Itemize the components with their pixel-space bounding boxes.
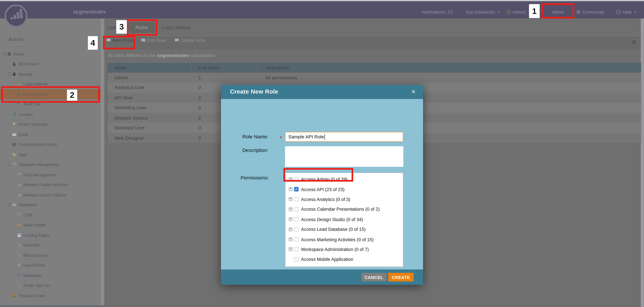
expand-icon[interactable]: + — [289, 228, 292, 231]
permissions-label: Permissions: — [241, 175, 269, 181]
collapse-icon[interactable]: − — [8, 204, 11, 206]
sidebar-item-database-management[interactable]: −Database Management — [0, 160, 101, 170]
create-button[interactable]: CREATE — [388, 273, 414, 281]
nav-notifications[interactable]: Notifications: 12 — [422, 9, 452, 14]
delete-role-button[interactable]: Delete Role — [174, 38, 206, 42]
permission-access-api-23-of-23[interactable]: +✓Access API (23 of 23) — [286, 184, 403, 194]
nav-help[interactable]: ? Help — [616, 9, 636, 14]
table-cell: Analytics User — [107, 84, 191, 91]
permission-access-mobile-application[interactable]: Access Mobile Application — [286, 254, 403, 264]
annotation-box-2 — [1, 86, 100, 102]
collapse-icon[interactable]: − — [8, 73, 11, 76]
permission-label: Access Design Studio (0 of 34) — [301, 217, 363, 222]
sidebar-item-security[interactable]: −Security — [0, 69, 101, 79]
sidebar-item-integration[interactable]: −Integration — [0, 200, 101, 210]
tab-login-history[interactable]: Login History — [162, 25, 191, 30]
permission-access-lead-database-0-of-15[interactable]: +Access Lead Database (0 of 15) — [286, 224, 403, 234]
community-icon — [576, 9, 580, 14]
sidebar-item-single-sign-on[interactable]: Single Sign-On — [0, 280, 101, 290]
sidebar-item-landing-pages[interactable]: Landing Pages — [0, 230, 101, 240]
chevron-down-icon — [498, 11, 500, 12]
cancel-button[interactable]: CANCEL — [362, 273, 386, 281]
permission-checkbox[interactable] — [294, 257, 298, 262]
tag-icon — [12, 152, 16, 157]
nav-history[interactable]: History — [506, 9, 526, 14]
description-textarea[interactable] — [285, 146, 403, 167]
permission-checkbox[interactable] — [294, 237, 298, 242]
sidebar-item-marketo-custom-activities[interactable]: Marketo Custom Activities — [0, 180, 101, 190]
role-name-label: Role Name: — [242, 134, 268, 140]
annotation-label-4: 4 — [88, 36, 98, 50]
nav-community[interactable]: Community — [576, 9, 604, 14]
collapse-icon[interactable]: − — [8, 163, 11, 166]
permission-access-calendar-presentations-0-of-2[interactable]: +Access Calendar Presentations (0 of 2) — [286, 204, 403, 214]
dbgrid-icon — [12, 162, 16, 167]
sidebar-item-treasure-chest[interactable]: Treasure Chest — [0, 290, 101, 300]
keys-icon — [17, 283, 21, 288]
toggle-panel-icon[interactable] — [632, 39, 638, 44]
permission-checkbox[interactable] — [294, 217, 298, 222]
sidebar-item-email[interactable]: Email — [0, 129, 101, 140]
nav-user-menu[interactable]: Ilya Volodarsky — [466, 9, 500, 14]
permission-access-analytics-0-of-3[interactable]: +Access Analytics (0 of 3) — [286, 194, 403, 204]
column-header-users[interactable]: # of Users — [191, 64, 258, 71]
permission-checkbox-checked[interactable]: ✓ — [294, 187, 298, 192]
sidebar-item-location[interactable]: Location — [0, 109, 101, 119]
page-scrollbar[interactable] — [641, 18, 644, 307]
sidebar-item-launchpoint[interactable]: LaunchPoint — [0, 260, 101, 270]
sidebar-item-label: Sales Insight — [24, 223, 46, 227]
dbgrid-icon — [17, 172, 21, 177]
permission-label: Access Mobile Application — [301, 257, 353, 262]
gear-icon — [7, 52, 12, 56]
sidebar-item-my-account[interactable]: My Account — [0, 59, 101, 69]
expand-icon[interactable]: + — [289, 198, 292, 201]
role-name-input[interactable]: Sample API Role — [285, 132, 403, 142]
permission-access-design-studio-0-of-34[interactable]: +Access Design Studio (0 of 34) — [286, 214, 403, 224]
sidebar-item-webhooks[interactable]: Webhooks — [0, 270, 101, 280]
sidebar-search-input[interactable]: Admin... — [8, 36, 28, 42]
permission-checkbox[interactable] — [294, 207, 298, 212]
collapse-icon[interactable]: − — [3, 52, 6, 55]
sidebar-item-label: Communication Limits — [18, 142, 57, 147]
edit-role-button[interactable]: Edit Role — [141, 38, 166, 42]
sidebar-scrollbar[interactable] — [101, 18, 104, 307]
sidebar-item-munchkin[interactable]: Munchkin — [0, 240, 101, 250]
sidebar-item-label: Security — [18, 72, 32, 76]
sidebar-item-smart-campaign[interactable]: Smart Campaign — [0, 119, 101, 129]
sidebar-item-admin[interactable]: −Admin — [0, 49, 101, 59]
permission-access-marketing-activities-0-of-15[interactable]: +Access Marketing Activities (0 of 15) — [286, 234, 403, 244]
expand-icon[interactable]: + — [289, 188, 292, 191]
column-header-name[interactable]: Name — [107, 64, 191, 71]
dialog-header[interactable]: Create New Role ✕ — [221, 85, 423, 99]
sidebar-item-marketo-custom-objects[interactable]: Marketo Custom Objects — [0, 190, 101, 200]
expand-icon[interactable]: + — [289, 248, 292, 251]
pages-icon — [17, 233, 21, 238]
close-icon[interactable]: ✕ — [411, 89, 416, 95]
roles-subtitle: All roles defined on the segmentiodev su… — [108, 53, 215, 58]
annotation-box-3 — [126, 19, 157, 36]
sidebar-item-crm[interactable]: CRM — [0, 210, 101, 220]
table-row-admin[interactable]: Admin1All permissions — [107, 72, 641, 82]
sidebar-item-field-management[interactable]: Field Management — [0, 170, 101, 180]
permission-workspace-administration-0-of-7[interactable]: +Workspace Administration (0 of 7) — [286, 244, 403, 254]
audit-icon — [17, 102, 21, 106]
permission-checkbox[interactable] — [294, 197, 298, 202]
sidebar-item-label: Audit Trail — [24, 102, 41, 106]
permission-checkbox[interactable] — [294, 227, 298, 232]
sidebar-item-label: Marketo Custom Activities — [24, 182, 68, 187]
sidebar-item-communication-limits[interactable]: @Communication Limits — [0, 140, 101, 150]
star-icon — [17, 223, 21, 227]
sidebar-item-sales-insight[interactable]: Sales Insight — [0, 220, 101, 230]
permission-checkbox[interactable] — [294, 247, 298, 252]
expand-icon[interactable]: + — [289, 218, 292, 221]
person-icon — [12, 62, 16, 66]
expand-icon[interactable]: + — [289, 207, 292, 211]
column-header-description[interactable]: Description — [258, 64, 641, 71]
at-icon: @ — [12, 142, 16, 147]
dialog-title: Create New Role — [230, 88, 278, 95]
sidebar-item-tags[interactable]: Tags — [0, 150, 101, 160]
sidebar-item-label: Database Management — [18, 162, 59, 167]
marketo-logo[interactable] — [4, 4, 28, 28]
sidebar-item-web-services[interactable]: Web Services — [0, 250, 101, 260]
expand-icon[interactable]: + — [289, 238, 292, 241]
